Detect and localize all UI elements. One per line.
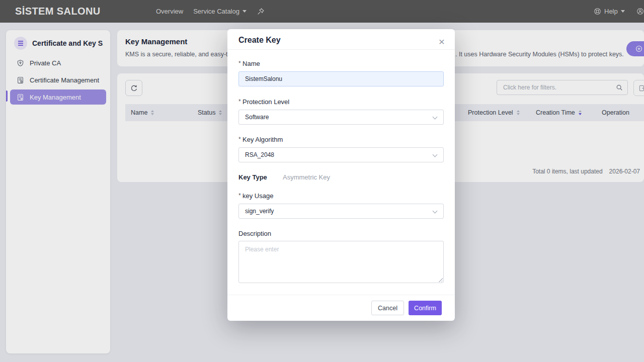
protection-level-label: Protection Level	[238, 98, 289, 106]
description-label: Description	[238, 230, 271, 237]
chevron-down-icon	[433, 115, 438, 120]
confirm-button[interactable]: Confirm	[409, 301, 442, 315]
key-usage-value: sign_verify	[245, 208, 274, 215]
name-input[interactable]	[238, 71, 444, 86]
key-algorithm-label: Key Algorithm	[238, 136, 283, 143]
key-usage-label: key Usage	[238, 192, 273, 200]
modal-title: Create Key	[238, 36, 281, 45]
chevron-down-icon	[433, 209, 438, 214]
modal-header-divider	[227, 49, 455, 50]
name-field-label: Name	[238, 60, 260, 67]
key-algorithm-select[interactable]: RSA_2048	[238, 147, 444, 162]
protection-level-select[interactable]: Software	[238, 110, 444, 125]
chevron-down-icon	[433, 152, 438, 157]
description-textarea[interactable]	[238, 241, 444, 283]
close-icon[interactable]: ×	[437, 33, 447, 50]
key-type-value: Asymmetric Key	[283, 173, 330, 181]
protection-level-value: Software	[245, 114, 269, 121]
key-algorithm-value: RSA_2048	[245, 151, 274, 158]
cancel-button[interactable]: Cancel	[371, 301, 404, 315]
key-type-label: Key Type	[238, 173, 267, 181]
create-key-modal: Create Key × Name Protection Level Softw…	[227, 29, 455, 321]
modal-footer-divider	[227, 295, 455, 295]
key-usage-select[interactable]: sign_verify	[238, 204, 444, 219]
screen: SİSTEM SALONU Overview Service Catalog	[0, 0, 644, 362]
